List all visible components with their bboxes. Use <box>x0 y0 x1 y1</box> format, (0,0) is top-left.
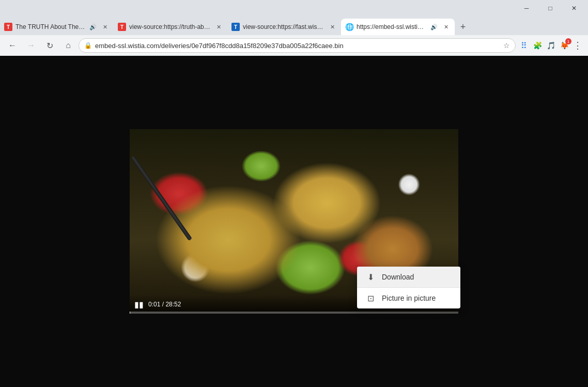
tab-2-favicon: T <box>118 23 126 31</box>
notifications-button[interactable]: 🦊 1 <box>558 39 570 52</box>
apps-button[interactable]: ⠿ <box>518 39 530 52</box>
title-bar: ─ □ ✕ <box>0 0 588 17</box>
chrome-menu-button[interactable]: ⋮ <box>571 39 584 52</box>
reload-button[interactable]: ↻ <box>41 37 58 54</box>
pause-button[interactable]: ▮▮ <box>134 299 144 309</box>
pip-icon: ⊡ <box>365 293 376 303</box>
current-time: 0:01 <box>148 301 160 308</box>
tab-2[interactable]: T view-source:https://truth-abo... ✕ <box>114 19 227 35</box>
media-button[interactable]: 🎵 <box>545 39 557 52</box>
tab-1-mute-icon: 🔊 <box>89 23 97 31</box>
back-button[interactable]: ← <box>4 37 21 54</box>
page-content: ▮▮ 0:01 / 28:52 ⬇ Download ⊡ Picture <box>0 56 588 387</box>
notification-badge: 1 <box>565 38 571 44</box>
address-bar[interactable]: 🔒 embed-ssl.wistia.com/deliveries/0e7df9… <box>79 38 516 53</box>
tab-3-label: view-source:https://fast.wistia... <box>243 23 324 30</box>
tab-bar: T The TRUTH About The Ke 🔊 ✕ T view-sour… <box>0 17 588 35</box>
tab-1-label: The TRUTH About The Ke <box>16 23 86 30</box>
progress-bar[interactable] <box>130 312 458 314</box>
tab-4-label: https://embed-ssl.wistia.c... <box>357 23 427 30</box>
tab-4[interactable]: 🌐 https://embed-ssl.wistia.c... 🔊 ✕ <box>341 19 455 35</box>
context-menu-pip[interactable]: ⊡ Picture in picture <box>357 288 460 308</box>
home-button[interactable]: ⌂ <box>60 37 76 54</box>
download-icon: ⬇ <box>365 272 376 282</box>
context-menu: ⬇ Download ⊡ Picture in picture <box>357 267 460 308</box>
navigation-bar: ← → ↻ ⌂ 🔒 embed-ssl.wistia.com/deliverie… <box>0 35 588 56</box>
window-controls: ─ □ ✕ <box>515 0 586 17</box>
download-label: Download <box>382 273 414 281</box>
tab-1-close[interactable]: ✕ <box>100 22 110 32</box>
tab-3[interactable]: T view-source:https://fast.wistia... ✕ <box>227 19 341 35</box>
tab-1-favicon: T <box>4 23 12 31</box>
minimize-button[interactable]: ─ <box>515 0 538 17</box>
total-time: 28:52 <box>165 301 181 308</box>
extensions-button[interactable]: 🧩 <box>531 39 544 52</box>
time-display: 0:01 / 28:52 <box>148 301 181 308</box>
tab-2-close[interactable]: ✕ <box>214 22 223 32</box>
tab-3-favicon: T <box>231 23 240 31</box>
tab-4-favicon: 🌐 <box>345 23 353 31</box>
pip-label: Picture in picture <box>382 294 436 302</box>
tab-1[interactable]: T The TRUTH About The Ke 🔊 ✕ <box>0 19 114 35</box>
tab-2-label: view-source:https://truth-abo... <box>129 23 211 30</box>
new-tab-button[interactable]: + <box>455 19 471 35</box>
context-menu-download[interactable]: ⬇ Download <box>357 267 460 287</box>
address-text: embed-ssl.wistia.com/deliveries/0e7df967… <box>95 42 500 50</box>
tab-4-close[interactable]: ✕ <box>441 22 451 32</box>
close-button[interactable]: ✕ <box>562 0 586 17</box>
tab-4-mute-icon: 🔊 <box>430 23 438 31</box>
forward-button[interactable]: → <box>23 37 39 54</box>
bookmark-icon: ☆ <box>503 41 510 50</box>
nav-right-buttons: ⠿ 🧩 🎵 🦊 1 ⋮ <box>518 39 584 52</box>
tab-3-close[interactable]: ✕ <box>328 22 337 32</box>
maximize-button[interactable]: □ <box>538 0 562 17</box>
lock-icon: 🔒 <box>84 42 92 49</box>
video-container: ▮▮ 0:01 / 28:52 ⬇ Download ⊡ Picture <box>130 129 458 314</box>
